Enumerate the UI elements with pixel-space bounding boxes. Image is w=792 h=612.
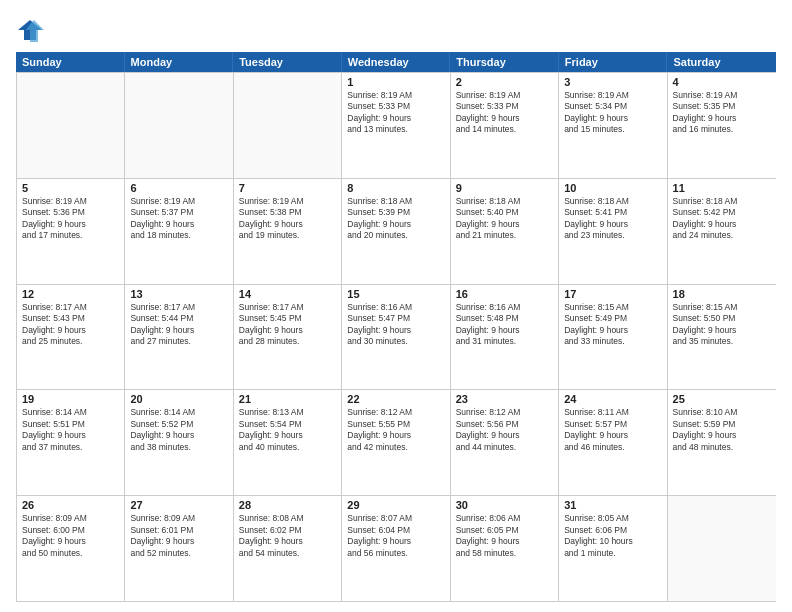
cell-info: Sunrise: 8:08 AM Sunset: 6:02 PM Dayligh…: [239, 513, 336, 559]
cell-date: 3: [564, 76, 661, 88]
cell-date: 27: [130, 499, 227, 511]
calendar-cell: 6Sunrise: 8:19 AM Sunset: 5:37 PM Daylig…: [125, 179, 233, 284]
cell-date: 15: [347, 288, 444, 300]
cell-info: Sunrise: 8:16 AM Sunset: 5:47 PM Dayligh…: [347, 302, 444, 348]
cell-info: Sunrise: 8:13 AM Sunset: 5:54 PM Dayligh…: [239, 407, 336, 453]
cell-date: 16: [456, 288, 553, 300]
calendar-header: SundayMondayTuesdayWednesdayThursdayFrid…: [16, 52, 776, 72]
calendar-cell: 10Sunrise: 8:18 AM Sunset: 5:41 PM Dayli…: [559, 179, 667, 284]
calendar-cell: 8Sunrise: 8:18 AM Sunset: 5:39 PM Daylig…: [342, 179, 450, 284]
cell-date: 7: [239, 182, 336, 194]
cell-info: Sunrise: 8:09 AM Sunset: 6:00 PM Dayligh…: [22, 513, 119, 559]
cell-info: Sunrise: 8:19 AM Sunset: 5:35 PM Dayligh…: [673, 90, 771, 136]
logo-icon: [16, 16, 44, 44]
calendar-cell: 27Sunrise: 8:09 AM Sunset: 6:01 PM Dayli…: [125, 496, 233, 601]
cell-info: Sunrise: 8:10 AM Sunset: 5:59 PM Dayligh…: [673, 407, 771, 453]
cell-date: 25: [673, 393, 771, 405]
weekday-header: Tuesday: [233, 52, 342, 72]
cell-date: 8: [347, 182, 444, 194]
calendar-week: 1Sunrise: 8:19 AM Sunset: 5:33 PM Daylig…: [17, 73, 776, 179]
calendar-cell: [125, 73, 233, 178]
logo: [16, 16, 48, 44]
cell-info: Sunrise: 8:18 AM Sunset: 5:40 PM Dayligh…: [456, 196, 553, 242]
cell-info: Sunrise: 8:15 AM Sunset: 5:49 PM Dayligh…: [564, 302, 661, 348]
cell-info: Sunrise: 8:16 AM Sunset: 5:48 PM Dayligh…: [456, 302, 553, 348]
cell-date: 31: [564, 499, 661, 511]
calendar-cell: 15Sunrise: 8:16 AM Sunset: 5:47 PM Dayli…: [342, 285, 450, 390]
cell-date: 21: [239, 393, 336, 405]
calendar-cell: [668, 496, 776, 601]
cell-date: 14: [239, 288, 336, 300]
calendar-cell: 5Sunrise: 8:19 AM Sunset: 5:36 PM Daylig…: [17, 179, 125, 284]
cell-info: Sunrise: 8:19 AM Sunset: 5:33 PM Dayligh…: [347, 90, 444, 136]
calendar-cell: 9Sunrise: 8:18 AM Sunset: 5:40 PM Daylig…: [451, 179, 559, 284]
cell-date: 10: [564, 182, 661, 194]
calendar-cell: [17, 73, 125, 178]
cell-date: 5: [22, 182, 119, 194]
calendar-cell: 18Sunrise: 8:15 AM Sunset: 5:50 PM Dayli…: [668, 285, 776, 390]
cell-info: Sunrise: 8:12 AM Sunset: 5:56 PM Dayligh…: [456, 407, 553, 453]
cell-date: 23: [456, 393, 553, 405]
calendar-cell: [234, 73, 342, 178]
weekday-header: Thursday: [450, 52, 559, 72]
cell-info: Sunrise: 8:17 AM Sunset: 5:43 PM Dayligh…: [22, 302, 119, 348]
cell-info: Sunrise: 8:17 AM Sunset: 5:45 PM Dayligh…: [239, 302, 336, 348]
calendar-cell: 19Sunrise: 8:14 AM Sunset: 5:51 PM Dayli…: [17, 390, 125, 495]
calendar-cell: 21Sunrise: 8:13 AM Sunset: 5:54 PM Dayli…: [234, 390, 342, 495]
cell-date: 24: [564, 393, 661, 405]
calendar-cell: 3Sunrise: 8:19 AM Sunset: 5:34 PM Daylig…: [559, 73, 667, 178]
cell-date: 9: [456, 182, 553, 194]
weekday-header: Wednesday: [342, 52, 451, 72]
cell-date: 20: [130, 393, 227, 405]
cell-info: Sunrise: 8:18 AM Sunset: 5:41 PM Dayligh…: [564, 196, 661, 242]
cell-info: Sunrise: 8:15 AM Sunset: 5:50 PM Dayligh…: [673, 302, 771, 348]
calendar-cell: 26Sunrise: 8:09 AM Sunset: 6:00 PM Dayli…: [17, 496, 125, 601]
cell-info: Sunrise: 8:05 AM Sunset: 6:06 PM Dayligh…: [564, 513, 661, 559]
cell-date: 29: [347, 499, 444, 511]
cell-info: Sunrise: 8:06 AM Sunset: 6:05 PM Dayligh…: [456, 513, 553, 559]
weekday-header: Sunday: [16, 52, 125, 72]
calendar: SundayMondayTuesdayWednesdayThursdayFrid…: [16, 52, 776, 602]
cell-info: Sunrise: 8:19 AM Sunset: 5:38 PM Dayligh…: [239, 196, 336, 242]
cell-info: Sunrise: 8:14 AM Sunset: 5:52 PM Dayligh…: [130, 407, 227, 453]
cell-date: 26: [22, 499, 119, 511]
calendar-week: 26Sunrise: 8:09 AM Sunset: 6:00 PM Dayli…: [17, 496, 776, 602]
cell-info: Sunrise: 8:19 AM Sunset: 5:37 PM Dayligh…: [130, 196, 227, 242]
calendar-cell: 23Sunrise: 8:12 AM Sunset: 5:56 PM Dayli…: [451, 390, 559, 495]
cell-info: Sunrise: 8:12 AM Sunset: 5:55 PM Dayligh…: [347, 407, 444, 453]
weekday-header: Saturday: [667, 52, 776, 72]
calendar-cell: 30Sunrise: 8:06 AM Sunset: 6:05 PM Dayli…: [451, 496, 559, 601]
weekday-header: Friday: [559, 52, 668, 72]
calendar-cell: 14Sunrise: 8:17 AM Sunset: 5:45 PM Dayli…: [234, 285, 342, 390]
cell-info: Sunrise: 8:11 AM Sunset: 5:57 PM Dayligh…: [564, 407, 661, 453]
calendar-cell: 20Sunrise: 8:14 AM Sunset: 5:52 PM Dayli…: [125, 390, 233, 495]
cell-date: 22: [347, 393, 444, 405]
cell-info: Sunrise: 8:19 AM Sunset: 5:36 PM Dayligh…: [22, 196, 119, 242]
calendar-cell: 24Sunrise: 8:11 AM Sunset: 5:57 PM Dayli…: [559, 390, 667, 495]
calendar-cell: 11Sunrise: 8:18 AM Sunset: 5:42 PM Dayli…: [668, 179, 776, 284]
calendar-week: 12Sunrise: 8:17 AM Sunset: 5:43 PM Dayli…: [17, 285, 776, 391]
cell-date: 2: [456, 76, 553, 88]
cell-date: 17: [564, 288, 661, 300]
calendar-cell: 2Sunrise: 8:19 AM Sunset: 5:33 PM Daylig…: [451, 73, 559, 178]
calendar-cell: 1Sunrise: 8:19 AM Sunset: 5:33 PM Daylig…: [342, 73, 450, 178]
calendar-cell: 7Sunrise: 8:19 AM Sunset: 5:38 PM Daylig…: [234, 179, 342, 284]
cell-date: 1: [347, 76, 444, 88]
calendar-week: 19Sunrise: 8:14 AM Sunset: 5:51 PM Dayli…: [17, 390, 776, 496]
cell-date: 19: [22, 393, 119, 405]
calendar-cell: 22Sunrise: 8:12 AM Sunset: 5:55 PM Dayli…: [342, 390, 450, 495]
cell-info: Sunrise: 8:19 AM Sunset: 5:33 PM Dayligh…: [456, 90, 553, 136]
cell-date: 11: [673, 182, 771, 194]
calendar-cell: 12Sunrise: 8:17 AM Sunset: 5:43 PM Dayli…: [17, 285, 125, 390]
calendar-cell: 29Sunrise: 8:07 AM Sunset: 6:04 PM Dayli…: [342, 496, 450, 601]
calendar-week: 5Sunrise: 8:19 AM Sunset: 5:36 PM Daylig…: [17, 179, 776, 285]
cell-info: Sunrise: 8:09 AM Sunset: 6:01 PM Dayligh…: [130, 513, 227, 559]
calendar-cell: 13Sunrise: 8:17 AM Sunset: 5:44 PM Dayli…: [125, 285, 233, 390]
cell-info: Sunrise: 8:14 AM Sunset: 5:51 PM Dayligh…: [22, 407, 119, 453]
cell-info: Sunrise: 8:07 AM Sunset: 6:04 PM Dayligh…: [347, 513, 444, 559]
cell-info: Sunrise: 8:18 AM Sunset: 5:39 PM Dayligh…: [347, 196, 444, 242]
cell-date: 30: [456, 499, 553, 511]
weekday-header: Monday: [125, 52, 234, 72]
cell-date: 28: [239, 499, 336, 511]
cell-date: 12: [22, 288, 119, 300]
